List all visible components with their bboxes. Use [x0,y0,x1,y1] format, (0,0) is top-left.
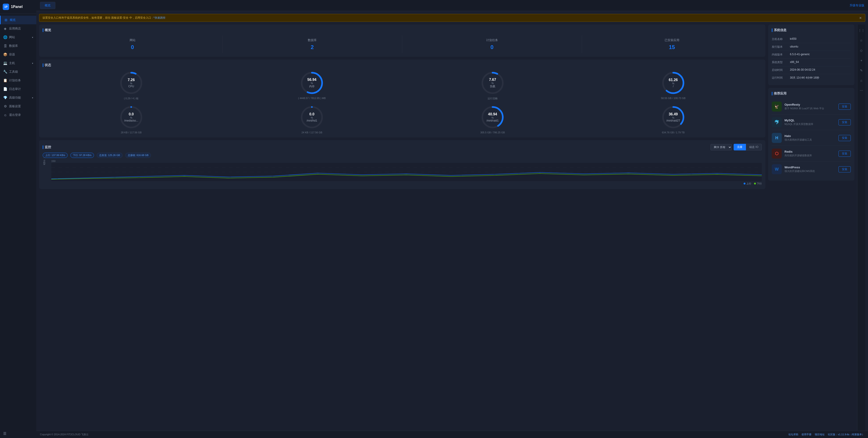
gauge-load: 7.67%负载运行流畅 [404,70,581,100]
disk-io-button[interactable]: 磁盘 IO [746,144,762,150]
rs-dots-icon[interactable]: ⋮⋮ [858,27,865,34]
sidebar-item-overview[interactable]: ⊞ 概览 [0,16,36,24]
legend-dot-down [754,183,756,184]
info-row: 发行版本ubuntu [772,43,851,51]
app-desc-redis: 高性能的开源键值数据库 [784,154,836,157]
gauge-sub-media: 28 KB / 117.56 GB [121,131,142,134]
logo: 1P 1Panel [0,0,36,14]
app-list: 🦅OpenResty基于 NGINX 和 LuaJIT 的 Web 平台安装🐬M… [772,99,851,177]
sidebar-item-label: 计划任务 [9,78,21,83]
app-item-openresty: 🦅OpenResty基于 NGINX 和 LuaJIT 的 Web 平台安装 [772,99,851,115]
gauge-wrapper-mnt_raid2t: 36.49%/mnt/raid2T [661,105,686,130]
app-item-halo: HHalo强大易用的开源建站工具安装 [772,130,851,146]
chevron-down-icon: ▾ [32,62,33,64]
rs-home-icon[interactable]: ⌂ [858,77,865,84]
gauge-unit-root: % [669,82,678,85]
app-name-openresty: OpenResty [784,103,836,106]
app-info-wordpress: WordPress强大的开源建站和CMS系统 [784,166,836,173]
app-icon-halo: H [772,133,782,143]
gauge-percent-memory: 56.94 [307,78,316,82]
tab-overview[interactable]: 概览 [40,2,55,9]
sidebar-item-appstore[interactable]: ◈ 应用商店 [0,24,36,33]
sidebar-item-tools[interactable]: 🔧 工具箱 [0,67,36,76]
install-btn-halo[interactable]: 安装 [838,135,851,141]
chart-legend: 上行 下行 [51,182,762,185]
info-row: 运行时间30天 13小时 4分钟 16秒 [772,74,851,82]
sidebar: 1P 1Panel ⊞ 概览 ◈ 应用商店 🌐 网站 ▾ 🗄 数据库 📦 容器 … [0,0,36,438]
sidebar-item-container[interactable]: 📦 容器 [0,50,36,59]
install-btn-redis[interactable]: 安装 [838,151,851,157]
install-btn-wordpress[interactable]: 安装 [838,166,851,172]
gauge-percent-cpu: 7.26 [128,78,134,82]
stat-installed-label: 已安装应用 [585,38,759,42]
gauge-sub-mnt_raid1: 305.5 GB / 786.25 GB [480,131,505,134]
install-btn-openresty[interactable]: 安装 [838,104,851,110]
gauge-wrapper-load: 7.67%负载 [480,70,505,95]
website-icon: 🌐 [3,35,7,39]
footer-link-project[interactable]: 项目地址 [815,433,825,436]
stat-installed-value: 15 [585,44,759,51]
logout-icon: ⎋ [3,113,7,117]
info-val: 30天 13小时 4分钟 16秒 [790,76,819,80]
app-name-redis: Redis [784,150,836,153]
sidebar-item-database[interactable]: 🗄 数据库 [0,41,36,50]
upgrade-button[interactable]: 升级专业版 [849,3,864,7]
gauge-center-memory: 56.94%内存 [307,78,316,88]
app-info-halo: Halo强大易用的开源建站工具 [784,134,836,142]
container-icon: 📦 [3,53,7,57]
app-info-mysql: MySQLMySQL 开源关系型数据库 [784,119,836,126]
footer-link-version[interactable]: 社区版：v1.11.9-lts（有新版本） [828,433,864,436]
sidebar-item-logout[interactable]: ⎋ 退出登录 [0,111,36,119]
gauge-center-mnt_raid2t: 36.49%/mnt/raid2T [666,112,680,122]
app-icon-redis: ⬡ [772,149,782,158]
rs-more-icon[interactable]: ⋯ [858,87,865,94]
sidebar-item-logs[interactable]: 📄 日志审计 [0,85,36,93]
gauge-wrapper-root: 61.26%/ [661,70,686,95]
sidebar-item-cron[interactable]: 📋 计划任务 [0,76,36,85]
alert-link[interactable]: ↗快速跳转 [152,16,165,19]
monitor-stats: 上行: 137.99 KB/s 下行: 97.28 KB/s 总发送: 125.… [43,153,762,158]
stat-cron: 计划任务 0 [402,35,582,53]
sidebar-item-website[interactable]: 🌐 网站 ▾ [0,33,36,41]
sidebar-toggle[interactable]: ☰ [0,429,36,438]
gauge-percent-root: 61.26 [669,78,678,82]
footer-copyright: Copyright © 2014-2024 FIT2CLOUD 飞致云 [40,433,89,436]
left-panel: 概览 网站 0 数据库 2 计划任务 0 [39,25,766,431]
gauge-sub-mnt_raid2t: 634.76 GB / 1.79 TB [662,131,685,134]
footer-links: 论坛求助 使用手册 项目地址 社区版：v1.11.9-lts（有新版本） [788,433,864,436]
sidebar-item-advanced[interactable]: 💎 高级功能 ▾ [0,93,36,102]
gauge-wrapper-cpu: 7.26%CPU [119,70,144,95]
gauge-center-load: 7.67%负载 [489,78,496,88]
install-btn-mysql[interactable]: 安装 [838,119,851,125]
gauge-wrapper-mnt_raid1: 40.94%/mnt/raid1 [480,105,505,130]
app-info-openresty: OpenResty基于 NGINX 和 LuaJIT 的 Web 平台 [784,103,836,110]
gauge-percent-mnt_raid1: 40.94 [487,112,498,116]
alert-message: 设置安全入口有利于提高系统的安全性，如有需要，前往 面板设置-安全 中，启用安全… [42,16,165,20]
rs-star-icon[interactable]: ☆ [858,37,865,43]
stat-website: 网站 0 [43,35,222,53]
rs-tag-icon[interactable]: ⌖ [858,57,865,64]
rs-diamond-icon[interactable]: ◇ [858,47,865,54]
footer-link-manual[interactable]: 使用手册 [802,433,811,436]
sidebar-item-settings[interactable]: ⚙ 面板设置 [0,102,36,111]
gauge-sub-root: 58.55 GB / 100.73 GB [661,97,685,99]
host-icon: 💻 [3,61,7,65]
gauge-unit-cpu: % [128,82,134,85]
info-val: 6.5.0-41-generic [790,53,810,57]
app-desc-wordpress: 强大的开源建站和CMS系统 [784,170,836,173]
rs-edit-icon[interactable]: ✎ [858,67,865,74]
chevron-down-icon: ▾ [32,96,33,99]
alert-close-button[interactable]: ✕ [859,16,862,20]
right-panel: 系统信息 主机名称k455l发行版本ubuntu内核版本6.5.0-41-gen… [768,25,855,431]
gauge-sub-load: 运行流畅 [488,97,498,100]
gauge-sub-mnt_hd1: 24 KB / 117.56 GB [302,131,322,134]
monitor-controls: 网卡 所有 流量 磁盘 IO [710,144,762,150]
gauge-unit-memory: % [307,82,316,85]
chart-area [51,163,762,181]
network-select[interactable]: 网卡 所有 [710,144,732,150]
footer-link-forum[interactable]: 论坛求助 [788,433,798,436]
app-icon-mysql: 🐬 [772,117,782,127]
gauge-sub-cpu: ( 0.29 / 4 ) 核 [124,97,138,100]
flow-button[interactable]: 流量 [734,144,746,150]
sidebar-item-host[interactable]: 💻 主机 ▾ [0,59,36,67]
